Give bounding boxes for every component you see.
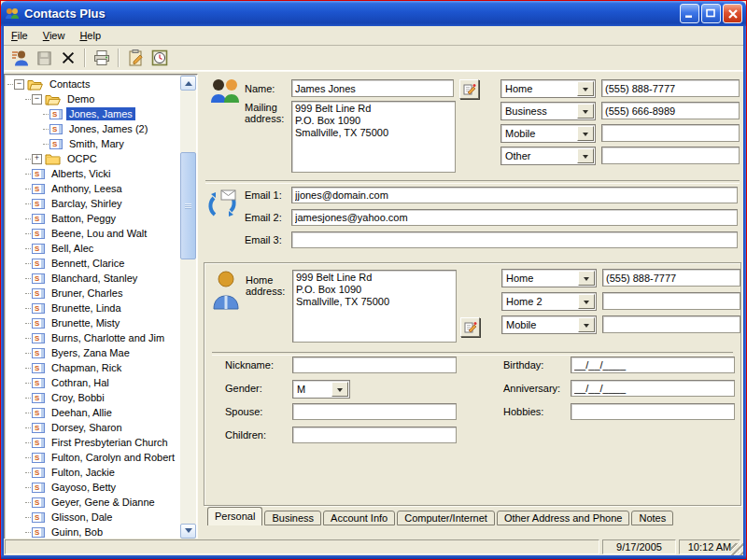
minimize-button[interactable]: [680, 4, 699, 23]
tree-item[interactable]: −Contacts: [6, 77, 180, 91]
tree-item[interactable]: SAnthony, Leesa: [6, 181, 180, 196]
menu-help[interactable]: Help: [72, 28, 108, 43]
tree-item[interactable]: SBrunette, Misty: [6, 315, 180, 330]
tab-notes[interactable]: Notes: [631, 511, 673, 525]
tree-item[interactable]: SFirst Presbyterian Church: [6, 435, 180, 450]
phone3-type-select[interactable]: Mobile: [500, 124, 596, 143]
tree-item[interactable]: SBell, Alec: [6, 241, 180, 256]
reminders-button[interactable]: [148, 47, 171, 69]
name-input[interactable]: [291, 79, 454, 97]
phone1-type-select[interactable]: Home: [500, 79, 596, 98]
chevron-down-icon[interactable]: [331, 382, 348, 397]
phone4-number-input[interactable]: [601, 147, 740, 164]
home-phone3-number-input[interactable]: [602, 315, 740, 333]
tree-item[interactable]: SCothran, Hal: [6, 375, 180, 390]
menu-file[interactable]: File: [4, 28, 35, 43]
tree-item[interactable]: SBrunette, Linda: [6, 301, 180, 315]
tree-item[interactable]: SFulton, Carolyn and Robert: [6, 450, 180, 465]
tree-item[interactable]: SBatton, Peggy: [6, 211, 180, 226]
delete-button[interactable]: [57, 47, 79, 69]
save-button[interactable]: [33, 47, 55, 69]
print-button[interactable]: [91, 47, 113, 69]
tree-item[interactable]: SBlanchard, Stanley: [6, 271, 180, 286]
close-button[interactable]: [723, 4, 742, 23]
edit-notes-button[interactable]: [124, 47, 147, 69]
tree-item[interactable]: −Demo: [6, 91, 180, 106]
chevron-down-icon[interactable]: [578, 271, 595, 286]
tree-item[interactable]: SBruner, Charles: [6, 286, 180, 301]
maximize-button[interactable]: [701, 4, 721, 23]
chevron-down-icon[interactable]: [577, 104, 594, 119]
phone1-number-input[interactable]: [601, 79, 740, 97]
chevron-down-icon[interactable]: [578, 317, 595, 332]
chevron-down-icon[interactable]: [577, 126, 594, 141]
chevron-down-icon[interactable]: [577, 81, 594, 96]
edit-name-button[interactable]: [459, 79, 479, 99]
collapse-toggle[interactable]: −: [14, 79, 24, 90]
resize-grip[interactable]: [731, 543, 743, 555]
tree-item[interactable]: SGlisson, Dale: [6, 510, 180, 525]
tree-item[interactable]: SFulton, Jackie: [6, 465, 180, 480]
phone2-number-input[interactable]: [601, 102, 740, 119]
contact-card-icon: S: [32, 303, 45, 314]
tree-item[interactable]: SAlberts, Vicki: [6, 166, 180, 181]
tree-item[interactable]: SJones, James: [6, 106, 180, 121]
tree-connector: [25, 338, 31, 339]
gender-select[interactable]: M: [292, 380, 350, 399]
tab-business[interactable]: Business: [264, 511, 321, 525]
add-contact-button[interactable]: [8, 47, 31, 69]
mailing-address-textarea[interactable]: 999 Belt Line Rd P.O. Box 1090 Smallvill…: [291, 101, 456, 173]
menu-view[interactable]: View: [35, 28, 73, 43]
tree-item[interactable]: SBarclay, Shirley: [6, 196, 180, 211]
scroll-down-button[interactable]: [180, 524, 196, 539]
email1-input[interactable]: [291, 187, 738, 203]
tree-item[interactable]: SCroy, Bobbi: [6, 390, 180, 405]
email2-input[interactable]: [291, 209, 738, 226]
anniversary-input[interactable]: [571, 380, 735, 397]
hobbies-input[interactable]: [571, 403, 735, 420]
scroll-up-button[interactable]: [180, 76, 196, 91]
collapse-toggle[interactable]: −: [32, 94, 42, 105]
email3-input[interactable]: [291, 231, 738, 248]
phone2-type-select[interactable]: Business: [500, 102, 596, 120]
home-phone2-number-input[interactable]: [602, 292, 740, 310]
home-phone2-type-select[interactable]: Home 2: [501, 292, 597, 311]
scrollbar-thumb[interactable]: [180, 152, 196, 259]
tab-personal[interactable]: Personal: [207, 507, 262, 525]
tree-scrollbar[interactable]: [180, 76, 196, 539]
home-phone1-type-select[interactable]: Home: [501, 269, 597, 287]
phone3-number-input[interactable]: [601, 124, 740, 142]
close-icon: [728, 9, 738, 19]
children-input[interactable]: [292, 427, 457, 443]
tree-item[interactable]: SChapman, Rick: [6, 360, 180, 375]
expand-toggle[interactable]: +: [32, 154, 42, 164]
spouse-input[interactable]: [292, 403, 457, 420]
tree-item[interactable]: SGuinn, Bob: [6, 525, 180, 539]
tree-item[interactable]: SByers, Zana Mae: [6, 345, 180, 360]
tree-connector: [25, 293, 31, 294]
tree-item[interactable]: SBeene, Lou and Walt: [6, 226, 180, 241]
home-address-textarea[interactable]: 999 Belt Line Rd P.O. Box 1090 Smallvill…: [292, 270, 457, 343]
home-phone1-number-input[interactable]: [602, 269, 740, 287]
tree-item[interactable]: +OCPC: [6, 151, 180, 166]
tree-item[interactable]: SDeehan, Allie: [6, 405, 180, 420]
tab-account-info[interactable]: Account Info: [323, 511, 395, 525]
nickname-input[interactable]: [292, 357, 457, 373]
birthday-input[interactable]: [571, 357, 735, 373]
tab-other-address-and-phone[interactable]: Other Address and Phone: [497, 511, 630, 525]
tab-computer-internet[interactable]: Computer/Internet: [397, 511, 495, 525]
tree-item[interactable]: SGeyer, Gene & Dianne: [6, 495, 180, 510]
tree-item[interactable]: SBennett, Clarice: [6, 256, 180, 271]
edit-home-address-button[interactable]: [460, 317, 480, 337]
chevron-down-icon[interactable]: [577, 148, 594, 163]
tree-item[interactable]: SDorsey, Sharon: [6, 420, 180, 435]
chevron-down-icon[interactable]: [578, 294, 595, 309]
contact-card-icon: S: [32, 453, 45, 463]
person-icon: [212, 271, 240, 310]
tree-item[interactable]: SSmith, Mary: [6, 136, 180, 151]
tree-item[interactable]: SJones, James (2): [6, 121, 180, 136]
tree-item[interactable]: SBurns, Charlotte and Jim: [6, 330, 180, 345]
home-phone3-type-select[interactable]: Mobile: [501, 315, 597, 334]
tree-item[interactable]: SGayoso, Betty: [6, 480, 180, 495]
phone4-type-select[interactable]: Other: [500, 147, 596, 165]
